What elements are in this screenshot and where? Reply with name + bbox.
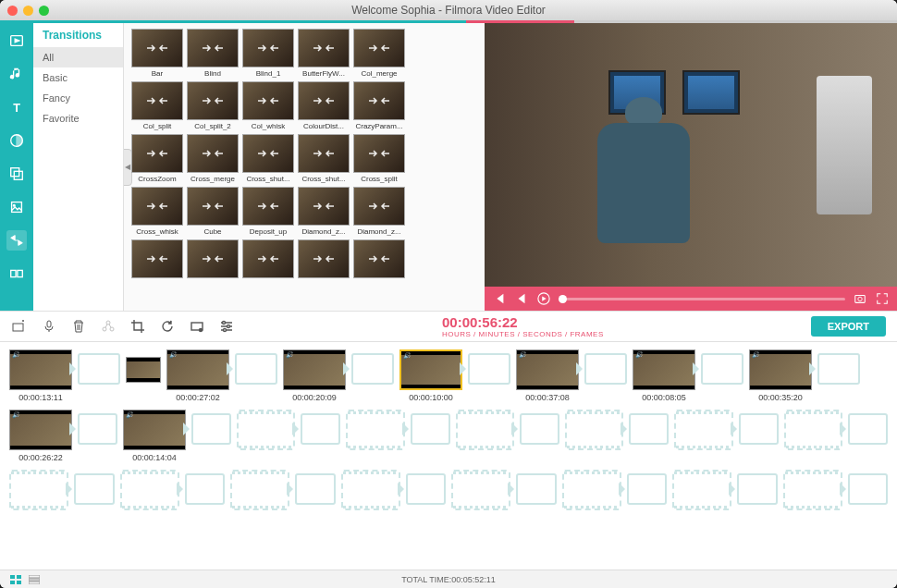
category-basic[interactable]: Basic (33, 67, 123, 88)
text-icon[interactable]: T (6, 97, 27, 117)
empty-clip-slot[interactable] (783, 470, 842, 510)
transition-slot[interactable] (737, 473, 777, 505)
transition-slot[interactable] (295, 473, 335, 505)
category-fancy[interactable]: Fancy (33, 88, 123, 108)
empty-clip-slot[interactable] (237, 410, 295, 450)
transition-slot[interactable] (848, 473, 888, 505)
empty-clip-slot[interactable] (674, 410, 732, 450)
transition-thumb[interactable]: Col_whisk (242, 81, 294, 130)
category-all[interactable]: All (33, 47, 123, 67)
transition-slot[interactable] (78, 353, 120, 385)
minimize-window-button[interactable] (23, 6, 33, 16)
timeline-clip[interactable]: 🔊00:00:14:04 (123, 410, 186, 462)
transition-thumb[interactable]: Col_split (131, 81, 183, 130)
transition-thumb[interactable]: Blind (187, 29, 239, 78)
transition-slot[interactable] (191, 413, 231, 445)
transition-thumb[interactable]: Cross_split (353, 134, 405, 183)
timeline[interactable]: 🔊00:00:13:11🔊00:00:27:02🔊00:00:20:09🔊00:… (0, 342, 897, 570)
elements-icon[interactable] (6, 197, 27, 217)
transition-thumb[interactable]: Cross_shut... (242, 134, 294, 183)
transition-thumb[interactable]: ColourDist... (298, 81, 350, 130)
transition-slot[interactable] (468, 353, 510, 385)
empty-clip-slot[interactable] (9, 470, 68, 510)
media-icon[interactable] (6, 31, 27, 51)
settings-button[interactable] (218, 318, 235, 335)
transition-thumb[interactable]: CrossZoom (131, 134, 183, 183)
empty-clip-slot[interactable] (120, 470, 179, 510)
transition-thumb[interactable]: Diamond_z... (298, 187, 350, 236)
delete-button[interactable] (70, 318, 87, 335)
timeline-clip[interactable] (126, 349, 161, 383)
transition-thumb[interactable]: Cross_merge (187, 134, 239, 183)
storyboard-view-button[interactable] (9, 574, 22, 585)
play-button[interactable] (536, 291, 551, 306)
transition-thumb[interactable]: CrazyParam... (353, 81, 405, 130)
transition-thumb[interactable]: Cross_whisk (131, 187, 183, 236)
transition-slot[interactable] (627, 473, 667, 505)
empty-clip-slot[interactable] (341, 470, 400, 510)
transition-slot[interactable] (848, 413, 888, 445)
empty-clip-slot[interactable] (562, 470, 621, 510)
transition-slot[interactable] (351, 353, 394, 385)
transitions-browser[interactable]: ◀ BarBlindBlind_1ButterFlyW...Col_mergeC… (124, 23, 485, 311)
preview-screen[interactable] (485, 23, 897, 287)
transition-slot[interactable] (411, 413, 450, 445)
transition-slot[interactable] (817, 353, 860, 385)
split-icon[interactable] (6, 263, 27, 284)
transition-thumb[interactable]: Bar (131, 29, 183, 78)
transition-slot[interactable] (185, 473, 225, 505)
empty-clip-slot[interactable] (565, 410, 623, 450)
timeline-view-button[interactable] (28, 574, 41, 585)
transition-thumb[interactable]: Cross_shut... (298, 134, 350, 183)
record-voiceover-button[interactable] (41, 318, 57, 335)
transition-slot[interactable] (235, 353, 277, 385)
add-media-button[interactable] (11, 318, 28, 335)
transitions-icon[interactable] (6, 230, 27, 251)
overlays-icon[interactable] (6, 164, 27, 184)
transition-thumb[interactable]: Col_merge (353, 29, 405, 78)
timeline-clip[interactable]: 🔊00:00:13:11 (9, 349, 72, 402)
transition-thumb[interactable]: Deposit_up (242, 187, 294, 236)
goto-start-button[interactable] (492, 291, 507, 306)
timeline-clip[interactable]: 🔊00:00:20:09 (283, 349, 346, 402)
transition-slot[interactable] (78, 413, 117, 445)
timeline-clip[interactable]: 🔊00:00:26:22 (9, 410, 72, 462)
filters-icon[interactable] (6, 130, 27, 151)
zoom-window-button[interactable] (39, 6, 49, 16)
timeline-clip[interactable]: 🔊00:00:10:00 (399, 349, 462, 402)
transition-slot[interactable] (701, 353, 743, 385)
transition-slot[interactable] (301, 413, 340, 445)
empty-clip-slot[interactable] (784, 410, 842, 450)
transition-slot[interactable] (584, 353, 627, 385)
transition-slot[interactable] (629, 413, 669, 445)
transition-thumb[interactable]: ButterFlyW... (298, 29, 350, 78)
timeline-clip[interactable]: 🔊00:00:35:20 (749, 349, 812, 402)
transition-slot[interactable] (520, 413, 559, 445)
transition-thumb[interactable]: Blind_1 (242, 29, 294, 78)
export-button[interactable]: EXPORT (811, 316, 886, 337)
transition-thumb[interactable]: Diamond_z... (353, 187, 405, 236)
music-icon[interactable] (6, 64, 27, 84)
transition-slot[interactable] (74, 473, 114, 505)
aspect-button[interactable] (189, 318, 205, 335)
fullscreen-button[interactable] (875, 291, 890, 306)
empty-clip-slot[interactable] (230, 470, 289, 510)
empty-clip-slot[interactable] (346, 410, 404, 450)
timeline-clip[interactable]: 🔊00:00:27:02 (166, 349, 229, 402)
rotate-button[interactable] (159, 318, 176, 335)
timeline-clip[interactable]: 🔊00:00:37:08 (516, 349, 579, 402)
empty-clip-slot[interactable] (451, 470, 510, 510)
empty-clip-slot[interactable] (456, 410, 514, 450)
category-favorite[interactable]: Favorite (33, 108, 123, 129)
transition-slot[interactable] (406, 473, 446, 505)
scrub-bar[interactable] (559, 298, 845, 300)
transition-slot[interactable] (516, 473, 556, 505)
crop-button[interactable] (129, 318, 146, 335)
transition-thumb[interactable]: Col_split_2 (187, 81, 239, 130)
transition-thumb[interactable]: Cube (187, 187, 239, 236)
timeline-clip[interactable]: 🔊00:00:08:05 (633, 349, 695, 402)
transition-slot[interactable] (739, 413, 779, 445)
close-window-button[interactable] (7, 6, 18, 16)
edit-button[interactable] (100, 318, 117, 335)
snapshot-button[interactable] (853, 291, 867, 306)
